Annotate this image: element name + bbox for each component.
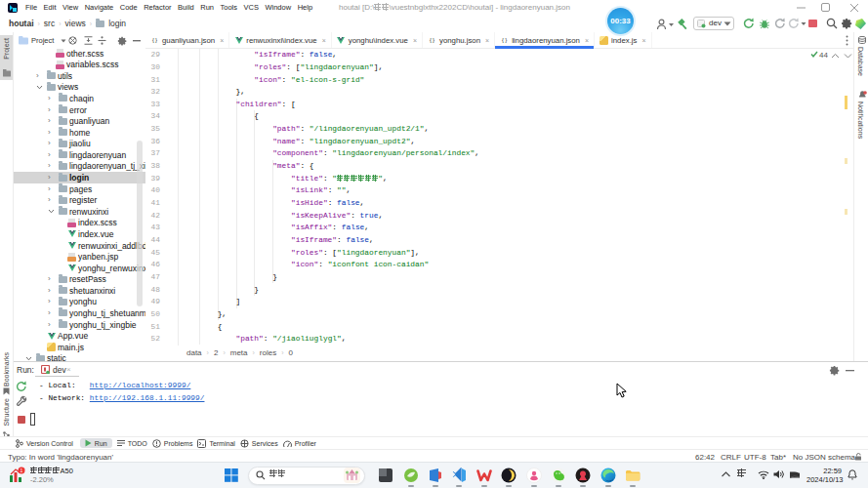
svg-text:1: 1 [21,468,23,473]
